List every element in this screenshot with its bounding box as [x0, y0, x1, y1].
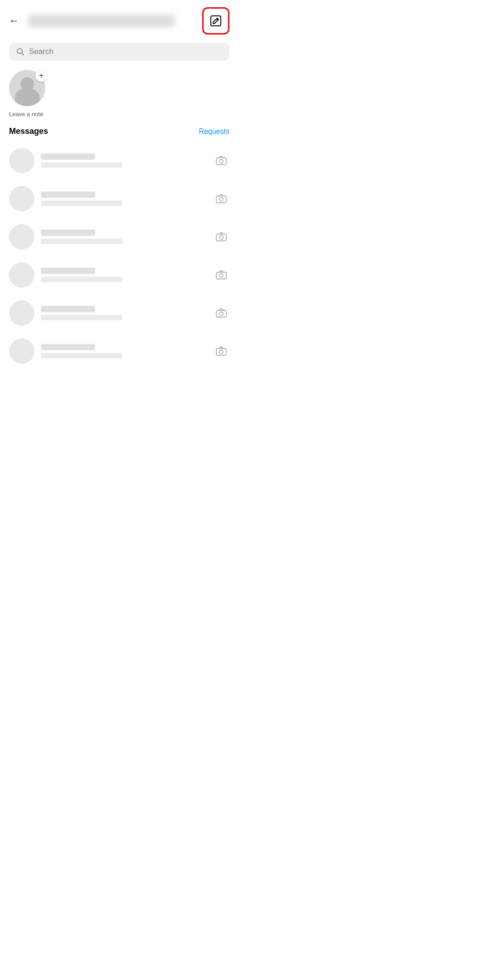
message-item-left	[9, 148, 213, 173]
camera-icon	[215, 307, 227, 319]
svg-line-2	[22, 53, 24, 55]
avatar	[9, 262, 34, 288]
message-name	[41, 153, 95, 160]
message-preview	[41, 315, 122, 320]
message-name	[41, 306, 95, 312]
search-bar-container	[0, 40, 238, 66]
camera-icon	[215, 231, 227, 243]
camera-button[interactable]	[213, 152, 229, 169]
camera-button[interactable]	[213, 343, 229, 359]
requests-link[interactable]: Requests	[199, 127, 229, 136]
search-bar[interactable]	[9, 43, 229, 61]
message-item-left	[9, 262, 213, 288]
camera-button[interactable]	[213, 267, 229, 283]
message-item-left	[9, 300, 213, 326]
message-name	[41, 344, 95, 350]
compose-icon	[209, 15, 222, 27]
svg-rect-5	[216, 196, 226, 203]
message-preview	[41, 353, 122, 358]
message-preview	[41, 162, 122, 168]
notes-section: + Leave a note	[0, 66, 238, 125]
message-name	[41, 268, 95, 274]
message-item[interactable]	[0, 142, 238, 180]
camera-icon	[215, 345, 227, 357]
message-item[interactable]	[0, 180, 238, 218]
message-preview	[41, 277, 122, 282]
svg-point-8	[219, 236, 223, 240]
svg-point-14	[219, 350, 223, 354]
avatar	[9, 148, 34, 173]
message-item[interactable]	[0, 332, 238, 370]
header-title-blurred	[28, 15, 175, 27]
svg-rect-9	[216, 272, 226, 279]
messages-title: Messages	[9, 127, 48, 136]
header: ←	[0, 0, 238, 40]
camera-icon	[215, 269, 227, 281]
camera-button[interactable]	[213, 229, 229, 245]
avatar	[9, 186, 34, 211]
message-item-left	[9, 186, 213, 211]
svg-rect-0	[211, 16, 221, 26]
camera-icon	[215, 155, 227, 167]
avatar	[9, 338, 34, 364]
message-content	[41, 344, 213, 358]
svg-point-10	[219, 274, 223, 278]
message-preview	[41, 201, 122, 206]
message-item[interactable]	[0, 256, 238, 294]
message-content	[41, 268, 213, 282]
compose-button[interactable]	[205, 10, 226, 31]
svg-rect-7	[216, 234, 226, 241]
message-item[interactable]	[0, 294, 238, 332]
compose-button-highlight	[202, 7, 229, 34]
message-item-left	[9, 224, 213, 250]
avatar	[9, 300, 34, 326]
camera-button[interactable]	[213, 191, 229, 207]
message-item[interactable]	[0, 218, 238, 256]
svg-rect-11	[216, 310, 226, 317]
messages-header: Messages Requests	[0, 125, 238, 142]
message-name	[41, 191, 95, 198]
message-content	[41, 306, 213, 320]
message-content	[41, 153, 213, 168]
add-note-badge[interactable]: +	[35, 70, 47, 82]
camera-button[interactable]	[213, 305, 229, 321]
search-input[interactable]	[29, 47, 222, 56]
message-item-left	[9, 338, 213, 364]
svg-rect-13	[216, 348, 226, 355]
avatar-body-shape	[15, 88, 39, 106]
back-button[interactable]: ←	[9, 15, 19, 27]
message-content	[41, 191, 213, 206]
message-content	[41, 230, 213, 244]
svg-rect-3	[216, 158, 226, 165]
note-avatar-wrapper[interactable]: +	[9, 70, 45, 106]
svg-point-6	[219, 198, 223, 201]
avatar-head-shape	[20, 77, 34, 91]
message-name	[41, 230, 95, 236]
message-list	[0, 142, 238, 370]
message-preview	[41, 239, 122, 244]
svg-point-4	[219, 160, 223, 163]
leave-note-label: Leave a note	[9, 111, 43, 118]
search-icon	[16, 48, 24, 56]
camera-icon	[215, 193, 227, 205]
svg-point-12	[219, 312, 223, 316]
avatar	[9, 224, 34, 250]
